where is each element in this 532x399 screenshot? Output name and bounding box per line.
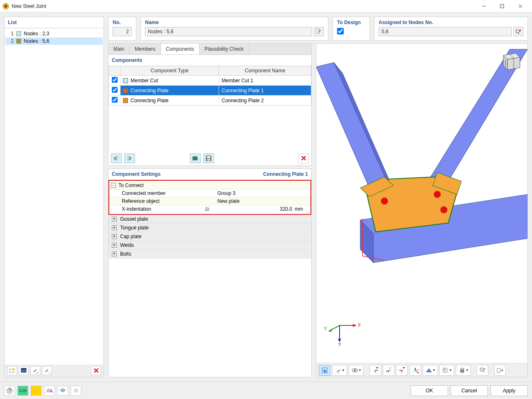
titlebar: New Steel Joint (0, 0, 532, 12)
new-item-button[interactable] (7, 366, 17, 375)
help-button[interactable]: ? (4, 386, 15, 396)
checkall-button[interactable]: ✓✓ (30, 366, 40, 375)
settings-panel: Component Settings Connecting Plate 1 − … (108, 168, 312, 377)
wireframe-button[interactable]: ▾ (439, 365, 454, 376)
name-input[interactable] (145, 27, 312, 36)
save-button[interactable] (203, 153, 214, 163)
render-mode-button[interactable]: ▾ (423, 365, 438, 376)
move-right-button[interactable] (124, 153, 135, 163)
tree-group-cap[interactable]: +Cap plate (108, 232, 311, 241)
minimize-button[interactable] (475, 0, 493, 12)
nodes-input[interactable] (379, 27, 512, 36)
expand-icon[interactable]: + (112, 251, 117, 256)
tree-group-bolts[interactable]: +Bolts (108, 250, 311, 259)
view-px-button[interactable]: +X (369, 365, 381, 376)
svg-rect-73 (461, 368, 463, 370)
svg-line-76 (483, 371, 485, 372)
view-nx-button[interactable]: +Y (396, 365, 408, 376)
tab-plausibility[interactable]: Plausibility Check (200, 44, 249, 54)
svg-rect-1 (5, 5, 7, 7)
svg-point-35 (434, 191, 441, 198)
components-table[interactable]: Component Type Component Name Member Cut… (108, 66, 311, 106)
no-input[interactable] (113, 27, 132, 36)
delete-component-button[interactable]: ✕ (298, 153, 309, 163)
tree-group-tongue[interactable]: +Tongue plate (108, 224, 311, 232)
fx-button[interactable]: fx (71, 386, 81, 396)
view-eye-button[interactable]: ▾ (349, 365, 364, 376)
components-panel: Components Component Type Component Name… (108, 54, 312, 166)
svg-point-51 (354, 369, 356, 371)
row-checkbox[interactable] (112, 87, 118, 93)
svg-rect-15 (193, 157, 197, 160)
expand-icon[interactable]: + (112, 243, 117, 248)
svg-text:A: A (49, 388, 53, 394)
table-row[interactable]: Connecting Plate Connecting Plate 1 (109, 86, 311, 96)
color-swatch (16, 31, 21, 36)
viewer-canvas[interactable]: X Y Z (316, 44, 527, 363)
nav-cube-icon[interactable] (495, 47, 524, 76)
settings-title: Component Settings (112, 171, 160, 177)
print-button[interactable]: ▾ (456, 365, 471, 376)
tab-members[interactable]: Members (130, 44, 161, 54)
viewer-panel: X Y Z ▾ ▾ +X -Y +Y -Z ▾ (316, 43, 528, 377)
window-button[interactable] (19, 366, 29, 375)
svg-marker-68 (426, 369, 431, 372)
list-item[interactable]: 1 Nodes : 2,3 (5, 30, 103, 37)
font-button[interactable]: AA (44, 386, 55, 396)
detach-view-button[interactable] (494, 365, 506, 376)
color-button[interactable] (31, 386, 42, 396)
move-left-button[interactable] (111, 153, 122, 163)
view-pz-button[interactable]: -Z (409, 365, 421, 376)
units-button[interactable]: 0,00 (17, 386, 28, 396)
cancel-button[interactable]: Cancel (451, 385, 488, 396)
list-item[interactable]: 2 Nodes : 5,6 (5, 37, 103, 45)
import-button[interactable] (190, 153, 201, 163)
row-checkbox[interactable] (112, 77, 118, 83)
window-title: New Steel Joint (12, 3, 475, 9)
list-header: List (5, 17, 103, 28)
uncheckall-button[interactable]: ✓□ (42, 366, 52, 375)
table-row[interactable]: Connecting Plate Connecting Plate 2 (109, 96, 311, 106)
row-checkbox[interactable] (112, 97, 118, 103)
expand-icon[interactable]: + (112, 217, 117, 222)
tab-main[interactable]: Main (108, 44, 130, 54)
table-row[interactable]: Member Cut Member Cut 1 (109, 76, 311, 86)
expand-icon[interactable]: + (112, 234, 117, 239)
svg-marker-27 (316, 62, 389, 192)
ok-button[interactable]: OK (411, 385, 448, 396)
name-label: Name (145, 20, 324, 25)
nodes-label: Assigned to Nodes No. (379, 20, 523, 25)
tab-components[interactable]: Components (161, 44, 200, 54)
list-body[interactable]: 1 Nodes : 2,3 2 Nodes : 5,6 (5, 28, 103, 365)
apply-button[interactable]: Apply (490, 385, 528, 396)
collapse-icon[interactable]: − (111, 183, 116, 188)
svg-point-75 (480, 368, 483, 371)
tree-group-to-connect[interactable]: − To Connect (109, 182, 310, 190)
maximize-button[interactable] (493, 0, 511, 12)
zoom-reset-button[interactable] (477, 365, 488, 376)
design-label: To Design (337, 20, 365, 25)
edit-name-button[interactable] (314, 27, 324, 36)
tree-row-connected-member[interactable]: Connected member Group 3 (109, 190, 310, 197)
view-py-button[interactable]: -Y (383, 365, 394, 376)
delete-list-button[interactable]: ✕ (91, 366, 101, 375)
design-checkbox[interactable] (337, 28, 344, 34)
footer: ? 0,00 AA fx OK Cancel Apply (0, 382, 532, 399)
view-axis-button[interactable]: ▾ (332, 365, 347, 376)
expand-icon[interactable]: + (112, 225, 117, 230)
svg-text:?: ? (8, 388, 11, 394)
svg-rect-69 (443, 368, 447, 372)
tree-row-x-indentation[interactable]: X-indentation Δi 320.0 mm (109, 205, 310, 213)
svg-point-34 (381, 197, 388, 204)
view-select-button[interactable] (319, 365, 330, 376)
app-icon (2, 3, 9, 10)
svg-line-53 (374, 370, 375, 372)
svg-line-65 (414, 370, 415, 372)
tree-row-reference-object[interactable]: Reference object New plate (109, 197, 310, 205)
tree-group-gusset[interactable]: +Gusset plate (108, 215, 311, 224)
close-button[interactable] (511, 0, 530, 12)
layer-button[interactable] (57, 386, 68, 396)
svg-rect-79 (497, 368, 500, 372)
pick-nodes-button[interactable] (513, 27, 523, 36)
tree-group-welds[interactable]: +Welds (108, 241, 311, 250)
